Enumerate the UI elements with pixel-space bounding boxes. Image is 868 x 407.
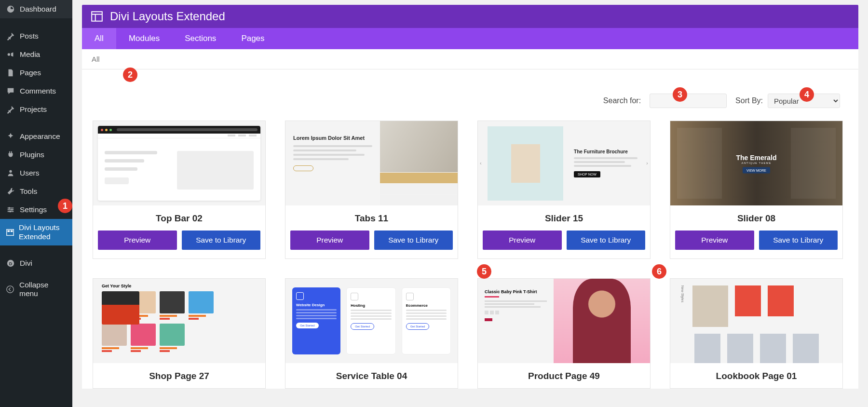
sidebar-label: Divi [20, 259, 32, 268]
svg-point-1 [9, 170, 12, 173]
svg-point-0 [8, 53, 10, 55]
layout-card: Classic Baby Pink T-Shirt Product Page 4… [477, 278, 651, 389]
svg-text:D: D [9, 261, 13, 266]
dashboard-icon [6, 4, 15, 14]
layout-card: The Emerald ANTIQUE THEME VIEW MORE Slid… [670, 121, 843, 259]
layout-title: Shop Page 27 [93, 363, 265, 388]
sidebar-item-projects[interactable]: Projects [0, 100, 72, 119]
collapse-icon [6, 285, 15, 294]
sidebar-item-media[interactable]: Media [0, 45, 72, 64]
thumb-heading: The Emerald [736, 153, 776, 161]
layout-card: Top Bar 02 Preview Save to Library [93, 121, 266, 259]
layouts-icon [6, 228, 14, 237]
sidebar-label: Collapse menu [19, 281, 67, 298]
users-icon [6, 168, 15, 178]
layout-thumbnail [93, 121, 265, 205]
layout-card: Website Design Get Started Hosting Get S… [285, 278, 458, 389]
sidebar-item-pages[interactable]: Pages [0, 64, 72, 82]
sidebar-item-plugins[interactable]: Plugins [0, 146, 72, 164]
sidebar-label: Users [20, 169, 39, 177]
tab-sections[interactable]: Sections [172, 28, 229, 49]
layout-title: Tabs 11 [285, 205, 458, 231]
thumb-button: Get Started [351, 323, 374, 330]
preview-button[interactable]: Preview [675, 231, 754, 250]
sidebar-item-appearance[interactable]: Appearance [0, 127, 72, 146]
sidebar-label: Pages [20, 68, 41, 77]
save-to-library-button[interactable]: Save to Library [182, 231, 261, 250]
thumb-col-title: Ecommerce [406, 303, 447, 308]
svg-rect-9 [8, 230, 10, 232]
sidebar-item-dashboard[interactable]: Dashboard [0, 0, 72, 18]
preview-button[interactable]: Preview [98, 231, 177, 250]
tab-modules[interactable]: Modules [116, 28, 172, 49]
sidebar-item-tools[interactable]: Tools [0, 182, 72, 201]
svg-point-7 [9, 211, 11, 213]
sidebar-item-divi-layouts-extended[interactable]: Divi Layouts Extended [0, 219, 72, 245]
main-content: Divi Layouts Extended All Modules Sectio… [82, 5, 858, 407]
sidebar-item-divi[interactable]: D Divi [0, 254, 72, 272]
sidebar-item-collapse[interactable]: Collapse menu [0, 276, 72, 302]
layout-thumbnail: Website Design Get Started Hosting Get S… [285, 279, 458, 363]
media-icon [6, 50, 15, 59]
layout-thumbnail: Classic Baby Pink T-Shirt [478, 279, 650, 363]
sidebar-item-users[interactable]: Users [0, 164, 72, 182]
header-title-row: Divi Layouts Extended [82, 5, 858, 28]
svg-point-6 [11, 209, 13, 211]
thumb-button: SHOP NOW [574, 171, 600, 177]
search-input[interactable] [650, 94, 727, 108]
layouts-icon [91, 10, 103, 23]
tools-icon [6, 187, 15, 196]
comments-icon [6, 86, 15, 96]
layout-title: Product Page 49 [478, 363, 650, 388]
page-title: Divi Layouts Extended [110, 10, 225, 23]
preview-button[interactable]: Preview [483, 231, 562, 250]
toolbar: Search for: Sort By: Popular New Alphabe… [93, 79, 848, 121]
layout-title: Top Bar 02 [93, 205, 265, 231]
sidebar-item-comments[interactable]: Comments [0, 82, 72, 100]
annotation-5: 5 [477, 264, 491, 279]
layout-title: Slider 15 [478, 205, 650, 231]
sidebar-item-posts[interactable]: Posts [0, 27, 72, 45]
svg-rect-10 [11, 230, 13, 232]
layouts-grid: Top Bar 02 Preview Save to Library Lorem… [93, 121, 848, 389]
tab-pages[interactable]: Pages [229, 28, 277, 49]
layout-thumbnail: Lorem Ipsum Dolor Sit Amet [285, 121, 458, 205]
sortby-group: Sort By: Popular New Alphabetical [735, 94, 840, 108]
tab-all[interactable]: All [82, 28, 116, 49]
layout-thumbnail: The Emerald ANTIQUE THEME VIEW MORE [670, 121, 842, 205]
pin-icon [6, 105, 15, 114]
annotation-2: 2 [123, 68, 137, 82]
annotation-1: 1 [58, 199, 72, 213]
sidebar-label: Posts [20, 32, 39, 41]
save-to-library-button[interactable]: Save to Library [374, 231, 453, 250]
subfilter-all[interactable]: All [92, 55, 100, 63]
sidebar-label: Media [20, 50, 40, 59]
layout-title: Lookbook Page 01 [670, 363, 842, 388]
annotation-4: 4 [800, 87, 814, 102]
divi-icon: D [6, 258, 15, 268]
save-to-library-button[interactable]: Save to Library [759, 231, 838, 250]
layout-card: Lorem Ipsum Dolor Sit Amet Tabs 11 [285, 121, 458, 259]
subfilter-bar: All [82, 49, 858, 69]
settings-icon [6, 205, 15, 215]
layout-card: New Styles Lookbook Page 01 [670, 278, 843, 389]
layout-card: ‹ The Furniture Brochure SHOP NOW › Slid… [477, 121, 651, 259]
pages-icon [6, 68, 15, 78]
save-to-library-button[interactable]: Save to Library [567, 231, 646, 250]
layout-title: Slider 08 [670, 205, 842, 231]
layout-card: Get Your Style Shop Page 2 [93, 278, 266, 389]
thumb-button: Get Started [296, 323, 319, 328]
thumb-heading: The Furniture Brochure [574, 149, 637, 154]
thumb-heading: Get Your Style [102, 284, 257, 288]
svg-point-5 [9, 207, 11, 209]
annotation-6: 6 [652, 264, 666, 279]
preview-button[interactable]: Preview [290, 231, 369, 250]
sidebar-label: Comments [20, 87, 56, 95]
sidebar-label: Projects [20, 105, 47, 114]
layouts-panel: Search for: Sort By: Popular New Alphabe… [82, 69, 858, 389]
sort-label: Sort By: [735, 96, 763, 105]
layout-thumbnail: New Styles [670, 279, 842, 363]
sidebar-label: Tools [20, 187, 37, 196]
header-tabs: All Modules Sections Pages [82, 28, 858, 49]
sidebar-label: Appearance [20, 132, 60, 141]
